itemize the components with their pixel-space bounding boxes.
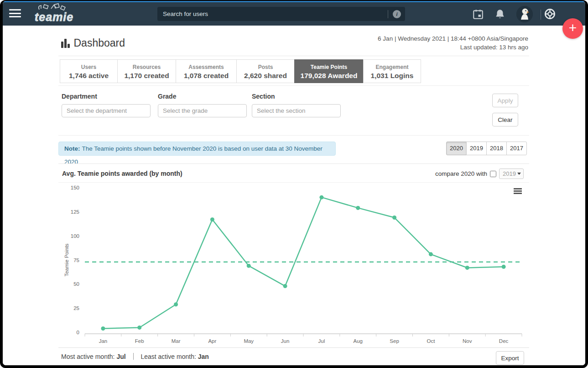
- notifications-button[interactable]: [494, 8, 508, 20]
- stat-tab-posts[interactable]: Posts 2,620 shared: [236, 59, 295, 83]
- department-label: Department: [62, 93, 151, 100]
- stat-tab-label: Users: [60, 64, 117, 70]
- export-button[interactable]: Export: [496, 351, 524, 365]
- note-banner: Note:The Teamie points shown before Nove…: [58, 142, 336, 156]
- svg-text:75: 75: [73, 258, 79, 263]
- year-button-2017[interactable]: 2017: [506, 142, 527, 155]
- svg-text:Mar: Mar: [172, 338, 181, 344]
- svg-text:Apr: Apr: [208, 338, 216, 344]
- clear-button[interactable]: Clear: [492, 113, 518, 126]
- compare-year-select[interactable]: 2019: [499, 168, 524, 179]
- stat-tab-value: 1,078 created: [176, 72, 236, 80]
- page-header: Dashboard 6 Jan | Wednesday 2021 | 18:44…: [58, 34, 529, 56]
- stat-tab-engagement[interactable]: Engagement 1,031 Logins: [363, 59, 421, 83]
- stat-tab-assessments[interactable]: Assessments 1,078 created: [176, 59, 237, 83]
- svg-text:Aug: Aug: [354, 338, 363, 344]
- lifebuoy-icon: [544, 8, 556, 20]
- chart-title: Avg. Teamie points awarded (by month): [62, 170, 182, 177]
- year-button-group: 2020 2019 2018 2017: [447, 142, 527, 155]
- logo-text: teamie: [35, 11, 73, 24]
- plus-icon: +: [569, 20, 577, 36]
- stat-tab-value: 1,031 Logins: [364, 72, 421, 80]
- activity-summary: Most active month: Jul Least active mont…: [61, 353, 209, 360]
- top-navbar: teamie i: [3, 2, 585, 26]
- grade-label: Grade: [158, 93, 247, 100]
- svg-text:Oct: Oct: [427, 338, 435, 344]
- stat-tab-label: Resources: [118, 64, 176, 70]
- svg-text:Jul: Jul: [318, 338, 325, 344]
- user-search-bar: i: [157, 7, 405, 21]
- svg-text:Sep: Sep: [390, 338, 399, 344]
- bar-chart-icon: [61, 39, 70, 48]
- note-row: Note:The Teamie points shown before Nove…: [58, 142, 529, 156]
- note-text: The Teamie points shown before November …: [64, 145, 323, 165]
- help-button[interactable]: [544, 8, 557, 20]
- compare-controls: compare 2020 with 2019: [435, 168, 524, 179]
- stat-tab-label: Assessments: [176, 64, 236, 70]
- stat-tab-value: 2,620 shared: [237, 72, 294, 80]
- line-chart: 0255075100125150Teamie PointsJanFebMarAp…: [58, 183, 529, 346]
- svg-text:125: 125: [71, 209, 79, 215]
- search-input[interactable]: [157, 11, 388, 17]
- svg-text:May: May: [244, 338, 254, 344]
- stat-tab-label: Teamie Points: [295, 64, 363, 70]
- chart-card-header: Avg. Teamie points awarded (by month) co…: [58, 163, 529, 183]
- stat-tabs: Users 1,746 active Resources 1,170 creat…: [60, 59, 421, 83]
- svg-text:150: 150: [71, 185, 79, 190]
- compare-checkbox[interactable]: [490, 171, 496, 177]
- svg-text:0: 0: [77, 330, 79, 335]
- year-button-2018[interactable]: 2018: [486, 142, 507, 155]
- note-prefix: Note:: [64, 145, 80, 152]
- grade-filter: Grade: [158, 93, 247, 117]
- calendar-icon: [472, 8, 484, 20]
- svg-text:Feb: Feb: [135, 338, 144, 344]
- app-viewport: teamie i: [3, 1, 585, 365]
- stat-tab-teamie-points[interactable]: Teamie Points 179,028 Awarded: [294, 59, 364, 83]
- svg-text:50: 50: [73, 281, 79, 287]
- avatar[interactable]: [516, 6, 533, 22]
- page-title: Dashboard: [61, 37, 125, 49]
- current-datetime: 6 Jan | Wednesday 2021 | 18:44 +0800 Asi…: [378, 34, 528, 43]
- grade-input[interactable]: [158, 104, 247, 117]
- stat-tab-value: 179,028 Awarded: [295, 72, 363, 80]
- filter-panel: Department Grade Section Apply Clear: [58, 85, 529, 136]
- menu-icon[interactable]: [9, 9, 21, 18]
- svg-text:Teamie Points: Teamie Points: [64, 243, 69, 276]
- department-filter: Department: [62, 93, 151, 117]
- chart-menu-icon[interactable]: [514, 188, 522, 195]
- dashboard-content: Dashboard 6 Jan | Wednesday 2021 | 18:44…: [58, 26, 529, 365]
- info-icon[interactable]: i: [393, 10, 401, 18]
- search-divider: [388, 10, 388, 18]
- svg-text:Nov: Nov: [463, 338, 472, 344]
- last-updated: Last updated: 13 hrs ago: [378, 43, 528, 52]
- chart-region[interactable]: 0255075100125150Teamie PointsJanFebMarAp…: [58, 183, 529, 346]
- svg-text:100: 100: [71, 233, 79, 239]
- apply-button[interactable]: Apply: [492, 94, 518, 107]
- stat-tab-resources[interactable]: Resources 1,170 created: [117, 59, 176, 83]
- year-button-2019[interactable]: 2019: [466, 142, 487, 155]
- add-button[interactable]: +: [562, 18, 583, 39]
- svg-text:Dec: Dec: [499, 338, 509, 344]
- most-active-label: Most active month:: [61, 353, 115, 360]
- window-frame: teamie i: [0, 0, 588, 368]
- teamie-logo[interactable]: teamie: [31, 3, 77, 25]
- chevron-down-icon: [517, 173, 521, 175]
- svg-text:25: 25: [73, 305, 79, 311]
- summary-divider: [133, 353, 134, 360]
- stat-tab-users[interactable]: Users 1,746 active: [60, 59, 118, 83]
- compare-label: compare 2020 with: [435, 170, 487, 177]
- department-input[interactable]: [62, 104, 151, 117]
- stat-tab-value: 1,170 created: [118, 72, 176, 80]
- svg-text:Jun: Jun: [281, 338, 290, 344]
- svg-text:Jan: Jan: [99, 338, 108, 344]
- section-label: Section: [252, 93, 341, 100]
- date-block: 6 Jan | Wednesday 2021 | 18:44 +0800 Asi…: [378, 34, 528, 52]
- calendar-button[interactable]: [472, 8, 486, 20]
- year-button-2020[interactable]: 2020: [446, 142, 467, 155]
- main-area: Dashboard 6 Jan | Wednesday 2021 | 18:44…: [3, 26, 585, 365]
- avatar-image: [516, 6, 533, 22]
- navbar-divider: [541, 10, 541, 20]
- section-input[interactable]: [252, 104, 341, 117]
- compare-year-value: 2019: [503, 170, 516, 177]
- chart-footer: Most active month: Jul Least active mont…: [58, 347, 529, 365]
